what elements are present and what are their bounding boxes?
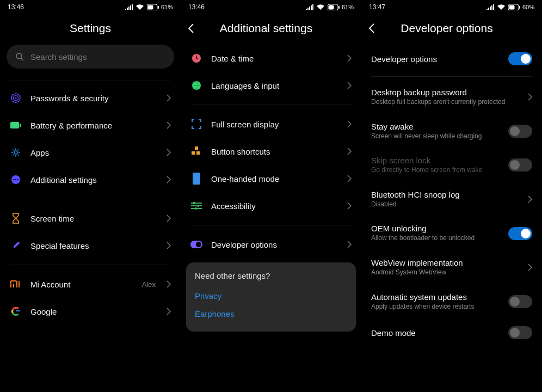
page-title: Developer options [401, 22, 492, 34]
wifi-icon [136, 4, 144, 10]
row-value: Alex [142, 280, 156, 289]
row-subtitle: Desktop full backups aren't currently pr… [371, 98, 521, 107]
globe-icon [190, 79, 202, 91]
row-accessibility[interactable]: Accessibility [181, 192, 361, 219]
status-time: 13:47 [369, 3, 385, 11]
chevron-right-icon [167, 94, 171, 102]
header: Additional settings [181, 14, 361, 45]
row-skip[interactable]: Skip screen lockGo directly to Home scre… [361, 148, 542, 182]
row-full-screen-display[interactable]: Full screen display [181, 111, 361, 138]
row-developer-options[interactable]: Developer options [181, 231, 361, 258]
toggle-icon [190, 238, 202, 250]
row-demo[interactable]: Demo mode [361, 318, 542, 347]
row-devopts[interactable]: Developer options [361, 45, 542, 73]
wand-icon [10, 240, 22, 252]
developer-list: Developer optionsDesktop backup password… [361, 45, 542, 347]
skip-toggle [508, 158, 532, 171]
row-label: Apps [30, 148, 158, 157]
phone-icon [190, 173, 202, 185]
svg-rect-17 [328, 5, 334, 9]
devopts-toggle[interactable] [508, 52, 532, 65]
row-updates[interactable]: Automatic system updatesApply updates wh… [361, 285, 542, 319]
chevron-right-icon [347, 175, 352, 182]
battery-percent: 61% [161, 4, 173, 10]
oem-toggle[interactable] [508, 227, 532, 240]
row-backup[interactable]: Desktop backup passwordDesktop full back… [361, 80, 542, 114]
chevron-right-icon [167, 242, 171, 249]
gear-icon [10, 146, 22, 158]
row-webview[interactable]: WebView implementationAndroid System Web… [361, 250, 542, 285]
row-passwords-security[interactable]: Passwords & security [0, 84, 181, 112]
row-special-features[interactable]: Special features [0, 232, 181, 259]
svg-rect-30 [195, 207, 196, 210]
divider [371, 76, 532, 77]
svg-rect-8 [10, 122, 19, 128]
row-label: Languages & input [211, 81, 338, 90]
row-mi-account[interactable]: Mi Account Alex [0, 271, 181, 298]
row-label: Additional settings [30, 175, 158, 185]
back-button[interactable] [188, 23, 194, 33]
search-icon [15, 52, 24, 61]
battery-icon [328, 4, 340, 10]
chevron-right-icon [528, 264, 532, 271]
svg-rect-2 [158, 6, 159, 9]
row-title: WebView implementation [371, 258, 521, 267]
chevron-right-icon [528, 93, 532, 101]
chevron-right-icon [167, 149, 171, 156]
link-earphones[interactable]: Earphones [195, 305, 347, 323]
search-field[interactable] [30, 52, 165, 62]
row-subtitle: Screen will never sleep while charging [371, 132, 502, 141]
row-battery-performance[interactable]: Battery & performance [0, 112, 181, 139]
row-label: Full screen display [211, 120, 338, 129]
row-button-shortcuts[interactable]: Button shortcuts [181, 138, 361, 165]
svg-rect-9 [20, 124, 21, 127]
sliders-icon [190, 200, 202, 212]
row-title: Automatic system updates [371, 292, 502, 302]
demo-toggle[interactable] [508, 326, 532, 339]
row-stay[interactable]: Stay awakeScreen will never sleep while … [361, 114, 542, 149]
row-subtitle: Android System WebView [371, 268, 521, 277]
row-subtitle: Go directly to Home screen from wake [371, 166, 502, 175]
svg-point-7 [15, 97, 17, 99]
divider [10, 265, 171, 265]
chevron-right-icon [347, 241, 352, 248]
row-hci[interactable]: Bluetooth HCI snoop logDisabled [361, 182, 542, 217]
row-languages-input[interactable]: Languages & input [181, 72, 361, 99]
link-privacy[interactable]: Privacy [195, 287, 347, 305]
row-label: Button shortcuts [211, 147, 338, 156]
search-input[interactable] [7, 45, 174, 69]
clock-icon [190, 52, 202, 64]
status-time: 13:46 [188, 3, 205, 11]
row-label: Passwords & security [30, 94, 158, 103]
chevron-right-icon [167, 215, 171, 222]
row-label: One-handed mode [211, 174, 338, 183]
back-button[interactable] [369, 23, 374, 33]
row-title: OEM unlocking [371, 224, 502, 233]
row-oem[interactable]: OEM unlockingAllow the bootloader to be … [361, 216, 542, 250]
mi-logo-icon [10, 278, 22, 290]
updates-toggle[interactable] [508, 295, 532, 308]
chevron-right-icon [347, 82, 352, 89]
row-date-time[interactable]: Date & time [181, 45, 361, 72]
row-google[interactable]: Google [0, 298, 181, 325]
svg-rect-28 [193, 202, 195, 204]
chevron-right-icon [167, 121, 171, 129]
panel-additional-settings: 13:46 61% Additional settings Date & tim… [181, 0, 361, 392]
chevron-right-icon [347, 202, 352, 210]
battery-percent: 60% [522, 4, 534, 10]
row-additional-settings[interactable]: Additional settings [0, 166, 181, 193]
divider [190, 225, 352, 225]
signal-icon [306, 4, 313, 10]
row-label: Screen time [30, 214, 158, 223]
chevron-right-icon [347, 54, 352, 62]
dots-icon [10, 174, 22, 186]
row-apps[interactable]: Apps [0, 139, 181, 166]
stay-toggle[interactable] [508, 125, 532, 138]
svg-line-4 [21, 58, 23, 60]
row-one-handed-mode[interactable]: One-handed mode [181, 165, 361, 192]
row-label: Special features [30, 241, 158, 250]
row-title: Skip screen lock [371, 156, 502, 165]
row-label: Developer options [211, 240, 338, 249]
row-screen-time[interactable]: Screen time [0, 205, 181, 232]
row-title: Stay awake [371, 122, 502, 131]
